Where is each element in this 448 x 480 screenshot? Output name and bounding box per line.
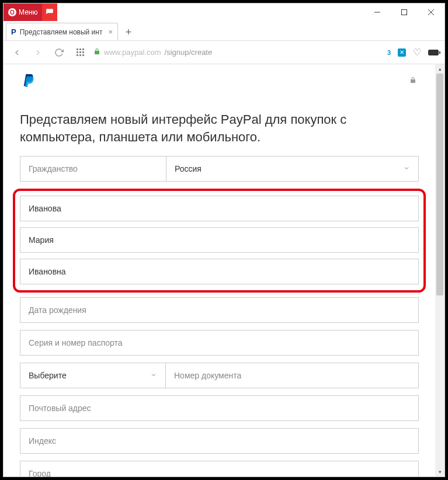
- surname-field[interactable]: Иванова: [20, 196, 419, 221]
- tab-title: Представляем новый инт: [20, 28, 103, 36]
- scroll-up-icon[interactable]: ▴: [435, 64, 444, 74]
- battery-icon: [428, 50, 439, 55]
- postal-index-field[interactable]: Индекс: [20, 428, 419, 454]
- speed-dial-button[interactable]: [72, 45, 88, 60]
- tab-active[interactable]: P Представляем новый инт ×: [6, 23, 118, 40]
- scroll-down-icon[interactable]: ▾: [435, 467, 444, 476]
- url-path: /signup/create: [165, 48, 213, 57]
- minimize-button[interactable]: [364, 4, 391, 21]
- address-bar: www.paypal.com/signup/create 3 ✕ ♡: [4, 41, 444, 64]
- tab-close-icon[interactable]: ×: [108, 27, 113, 36]
- document-row: Выберите Номер документа: [20, 363, 419, 388]
- lock-icon: [93, 47, 100, 57]
- doctype-select[interactable]: Выберите: [20, 363, 166, 388]
- page-heading: Представляем новый интерфейс PayPal для …: [20, 111, 419, 145]
- browser-window: O Меню P Представляем новый инт × +: [3, 3, 445, 477]
- paypal-favicon-icon: P: [11, 27, 16, 36]
- opera-menu-button[interactable]: O Меню: [4, 4, 42, 21]
- back-button[interactable]: [9, 45, 25, 60]
- forward-button[interactable]: [30, 45, 46, 60]
- url-field[interactable]: www.paypal.com/signup/create: [93, 47, 381, 57]
- citizenship-select[interactable]: Россия: [166, 156, 419, 182]
- page: Представляем новый интерфейс PayPal для …: [4, 64, 435, 476]
- paypal-logo-icon: [22, 73, 35, 88]
- docnum-field[interactable]: Номер документа: [166, 363, 419, 388]
- signup-form: Представляем новый интерфейс PayPal для …: [4, 97, 435, 476]
- patronymic-field[interactable]: Ивановна: [20, 259, 419, 284]
- passport-field[interactable]: Серия и номер паспорта: [20, 330, 419, 356]
- city-field[interactable]: Город: [20, 461, 419, 476]
- citizenship-label: Гражданство: [20, 156, 166, 182]
- adblock-icon[interactable]: ✕: [398, 48, 406, 57]
- header-lock-icon: [409, 76, 416, 86]
- firstname-field[interactable]: Мария: [20, 227, 419, 253]
- content-area: Представляем новый интерфейс PayPal для …: [4, 64, 444, 476]
- svg-rect-1: [402, 10, 407, 15]
- doctype-placeholder: Выберите: [29, 371, 67, 380]
- dob-field[interactable]: Дата рождения: [20, 297, 419, 323]
- chevron-down-icon: [403, 165, 410, 173]
- reload-button[interactable]: [51, 45, 67, 60]
- page-header: [4, 64, 435, 97]
- window-controls: [364, 4, 444, 21]
- address-field[interactable]: Почтовый адрес: [20, 395, 419, 421]
- opera-logo-icon: O: [8, 8, 16, 16]
- citizenship-value: Россия: [175, 164, 202, 173]
- addressbar-actions: 3 ✕ ♡: [387, 47, 439, 58]
- menu-group: O Меню: [4, 4, 57, 21]
- url-host: www.paypal.com: [104, 48, 161, 57]
- tabbar: P Представляем новый инт × +: [4, 21, 444, 41]
- new-tab-button[interactable]: +: [120, 24, 137, 40]
- close-button[interactable]: [418, 4, 444, 21]
- titlebar: O Меню: [4, 4, 444, 21]
- blocked-count[interactable]: 3: [387, 49, 391, 56]
- citizenship-row: Гражданство Россия: [20, 156, 419, 182]
- vertical-scrollbar[interactable]: ▴ ▾: [435, 64, 444, 476]
- opera-menu-label: Меню: [19, 8, 37, 16]
- scrollbar-thumb[interactable]: [436, 74, 443, 295]
- maximize-button[interactable]: [391, 4, 418, 21]
- bookmark-heart-icon[interactable]: ♡: [413, 47, 421, 58]
- chevron-down-icon: [150, 371, 157, 380]
- name-fields-highlight: Иванова Мария Ивановна: [13, 189, 426, 293]
- sidebar-messenger-icon[interactable]: [42, 4, 57, 21]
